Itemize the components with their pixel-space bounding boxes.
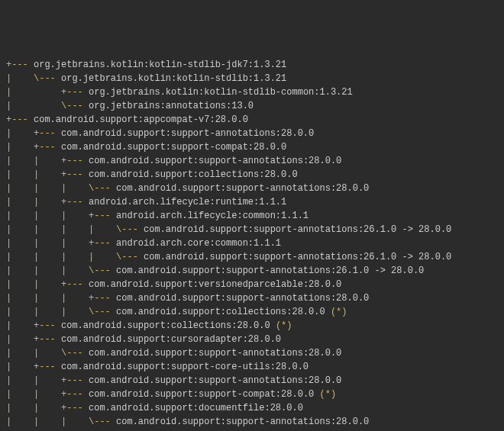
tree-prefix: | | | +--- bbox=[6, 293, 116, 304]
dependency-text: org.jetbrains.kotlin:kotlin-stdlib-commo… bbox=[89, 87, 353, 98]
dependency-line: | | +--- android.arch.lifecycle:runtime:… bbox=[6, 195, 498, 209]
dependency-line: | | \--- com.android.support:support-ann… bbox=[6, 346, 498, 360]
dedup-marker: (*) bbox=[276, 320, 292, 331]
tree-prefix: | | | +--- bbox=[6, 238, 116, 249]
dependency-line: +--- org.jetbrains.kotlin:kotlin-stdlib-… bbox=[6, 58, 498, 72]
dependency-line: +--- com.android.support:appcompat-v7:28… bbox=[6, 113, 498, 127]
dependency-line: | | +--- com.android.support:support-ann… bbox=[6, 154, 498, 168]
tree-prefix: | +--- bbox=[6, 362, 61, 372]
dependency-line: | | +--- com.android.support:collections… bbox=[6, 168, 498, 182]
tree-prefix: | | | \--- bbox=[6, 307, 116, 317]
tree-prefix: | +--- bbox=[6, 334, 61, 345]
dependency-text: com.android.support:collections:28.0.0 bbox=[89, 169, 298, 180]
dependency-text: org.jetbrains.kotlin:kotlin-stdlib-jdk7:… bbox=[34, 60, 286, 70]
tree-prefix: | | +--- bbox=[6, 197, 89, 207]
tree-prefix: | +--- bbox=[6, 87, 89, 98]
dependency-text: com.android.support:support-core-utils:2… bbox=[61, 362, 309, 372]
dependency-line: | +--- com.android.support:collections:2… bbox=[6, 319, 498, 333]
dependency-line: | +--- org.jetbrains.kotlin:kotlin-stdli… bbox=[6, 85, 498, 99]
dependency-line: | +--- com.android.support:support-core-… bbox=[6, 360, 498, 374]
dependency-line: | | | | \--- com.android.support:support… bbox=[6, 250, 498, 264]
tree-prefix: | | | +--- bbox=[6, 211, 116, 221]
dedup-marker: (*) bbox=[331, 307, 347, 317]
tree-prefix: | \--- bbox=[6, 101, 89, 111]
dependency-text: android.arch.core:common:1.1.1 bbox=[116, 238, 281, 249]
dependency-text: com.android.support:support-annotations:… bbox=[89, 156, 341, 166]
dependency-text: android.arch.lifecycle:runtime:1.1.1 bbox=[89, 197, 286, 207]
dependency-text: com.android.support:collections:28.0.0 bbox=[116, 307, 331, 317]
dependency-text: com.android.support:support-compat:28.0.… bbox=[89, 389, 319, 400]
dependency-tree-output: +--- org.jetbrains.kotlin:kotlin-stdlib-… bbox=[6, 58, 498, 429]
dependency-text: com.android.support:support-annotations:… bbox=[116, 293, 369, 304]
tree-prefix: | \--- bbox=[6, 73, 61, 84]
dependency-text: com.android.support:support-annotations:… bbox=[144, 224, 451, 235]
dependency-line: | | +--- com.android.support:documentfil… bbox=[6, 401, 498, 415]
tree-prefix: | | | \--- bbox=[6, 265, 116, 276]
tree-prefix: +--- bbox=[6, 60, 34, 70]
dependency-line: | | | +--- com.android.support:support-a… bbox=[6, 291, 498, 305]
dependency-line: | | +--- com.android.support:support-com… bbox=[6, 388, 498, 401]
tree-prefix: | +--- bbox=[6, 142, 61, 153]
dependency-text: org.jetbrains.kotlin:kotlin-stdlib:1.3.2… bbox=[61, 73, 286, 84]
dependency-text: org.jetbrains:annotations:13.0 bbox=[89, 101, 254, 111]
dependency-text: com.android.support:support-annotations:… bbox=[116, 183, 369, 194]
dependency-text: com.android.support:support-annotations:… bbox=[116, 417, 369, 427]
tree-prefix: | +--- bbox=[6, 128, 61, 139]
tree-prefix: | | +--- bbox=[6, 375, 89, 386]
dependency-line: | +--- com.android.support:cursoradapter… bbox=[6, 333, 498, 346]
dependency-text: com.android.support:versionedparcelable:… bbox=[89, 279, 341, 290]
tree-prefix: | | | \--- bbox=[6, 417, 116, 427]
tree-prefix: | | +--- bbox=[6, 403, 89, 413]
tree-prefix: | | | | \--- bbox=[6, 224, 144, 235]
dependency-text: com.android.support:collections:28.0.0 bbox=[61, 320, 276, 331]
dependency-text: com.android.support:support-compat:28.0.… bbox=[61, 142, 286, 153]
tree-prefix: | | +--- bbox=[6, 156, 89, 166]
tree-prefix: | | \--- bbox=[6, 348, 89, 359]
dependency-line: | \--- org.jetbrains:annotations:13.0 bbox=[6, 99, 498, 113]
dependency-text: com.android.support:documentfile:28.0.0 bbox=[89, 403, 303, 413]
dependency-text: com.android.support:support-annotations:… bbox=[89, 375, 341, 386]
dependency-line: | | | \--- com.android.support:support-a… bbox=[6, 264, 498, 278]
dependency-line: | +--- com.android.support:support-annot… bbox=[6, 127, 498, 140]
dependency-line: | | | +--- android.arch.core:common:1.1.… bbox=[6, 236, 498, 250]
tree-prefix: +--- bbox=[6, 114, 34, 125]
dedup-marker: (*) bbox=[319, 389, 336, 400]
dependency-text: com.android.support:support-annotations:… bbox=[89, 348, 341, 359]
dependency-line: | | | +--- android.arch.lifecycle:common… bbox=[6, 209, 498, 223]
tree-prefix: | | | \--- bbox=[6, 183, 116, 194]
dependency-text: com.android.support:support-annotations:… bbox=[144, 252, 451, 262]
dependency-line: | | | | \--- com.android.support:support… bbox=[6, 223, 498, 236]
dependency-line: | | +--- com.android.support:support-ann… bbox=[6, 374, 498, 388]
dependency-text: android.arch.lifecycle:common:1.1.1 bbox=[116, 211, 309, 221]
dependency-line: | | +--- com.android.support:versionedpa… bbox=[6, 278, 498, 291]
dependency-line: | +--- com.android.support:support-compa… bbox=[6, 140, 498, 154]
tree-prefix: | +--- bbox=[6, 320, 61, 331]
tree-prefix: | | +--- bbox=[6, 279, 89, 290]
dependency-text: com.android.support:cursoradapter:28.0.0 bbox=[61, 334, 281, 345]
dependency-line: | | | \--- com.android.support:support-a… bbox=[6, 182, 498, 195]
dependency-text: com.android.support:support-annotations:… bbox=[116, 265, 424, 276]
dependency-text: com.android.support:appcompat-v7:28.0.0 bbox=[34, 114, 248, 125]
tree-prefix: | | | | \--- bbox=[6, 252, 144, 262]
dependency-line: | \--- org.jetbrains.kotlin:kotlin-stdli… bbox=[6, 72, 498, 85]
dependency-line: | | | \--- com.android.support:support-a… bbox=[6, 415, 498, 429]
tree-prefix: | | +--- bbox=[6, 169, 89, 180]
dependency-text: com.android.support:support-annotations:… bbox=[61, 128, 314, 139]
tree-prefix: | | +--- bbox=[6, 389, 89, 400]
dependency-line: | | | \--- com.android.support:collectio… bbox=[6, 305, 498, 319]
